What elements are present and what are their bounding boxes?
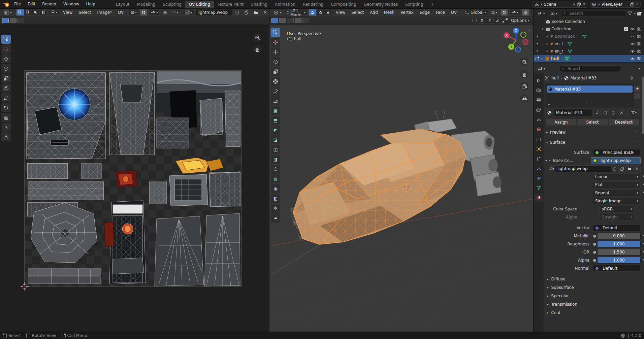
vp-snap-mode-dropdown[interactable]: ▾ xyxy=(509,9,521,16)
properties-editor-type-button[interactable]: ▾ xyxy=(536,65,547,72)
uv-editor-type-button[interactable]: ▾ xyxy=(2,9,14,16)
outliner-row-boundbox[interactable]: •▸ ▼ BoundBox xyxy=(534,33,644,40)
material-slot-list[interactable]: Material #33 ► ∷∷ xyxy=(546,84,634,107)
pan-hand-icon[interactable] xyxy=(253,45,262,54)
open-image-folder-icon[interactable] xyxy=(252,9,260,16)
network-globe-icon[interactable] xyxy=(621,333,625,338)
mirror-x-button[interactable]: X xyxy=(478,17,486,24)
vp-proportional-falloff-dropdown[interactable]: ◠ xyxy=(531,9,534,16)
subsurface-panel-header[interactable]: ▸Subsurface xyxy=(544,283,641,292)
interpolation-dropdown[interactable]: Linear▾ xyxy=(593,173,641,180)
new-viewlayer-icon[interactable] xyxy=(630,2,634,6)
add-slot-button[interactable]: + xyxy=(634,86,641,92)
alpha-slider[interactable]: 1.000 xyxy=(597,257,641,264)
properties-search-input[interactable] xyxy=(559,65,621,72)
projection-dropdown[interactable]: Flat▾ xyxy=(593,181,641,188)
outliner-row-scene-collection[interactable]: Scene Collection xyxy=(534,18,644,25)
uv-tool-scale[interactable] xyxy=(1,74,11,83)
uv-tool-pinch[interactable] xyxy=(1,132,11,141)
diffuse-panel-header[interactable]: ▸Diffuse xyxy=(544,275,641,283)
vp-select-extend-button[interactable] xyxy=(279,18,286,23)
eye-icon[interactable] xyxy=(630,50,635,53)
surface-panel-header[interactable]: ▾ Surface ∷∷ xyxy=(544,138,641,146)
uv-canvas[interactable] xyxy=(0,24,269,332)
tab-rendering[interactable]: Rendering xyxy=(299,1,327,8)
camera-icon[interactable] xyxy=(637,42,641,45)
camera-view-icon[interactable] xyxy=(520,82,529,91)
material-name-field[interactable]: Material #33 xyxy=(554,109,593,116)
snap-path-icon[interactable] xyxy=(503,18,508,23)
tab-compositing[interactable]: Compositing xyxy=(327,1,360,8)
tab-render[interactable] xyxy=(534,87,543,94)
properties-options-icon[interactable]: ▾ xyxy=(638,67,640,70)
vp-select-new-button[interactable] xyxy=(271,18,278,23)
assign-button[interactable]: Assign xyxy=(546,118,577,126)
vertex-select-button[interactable] xyxy=(309,9,317,16)
tab-geometry-nodes[interactable]: Geometry Nodes xyxy=(360,1,401,8)
outliner-row-en-r[interactable]: •▸ ▼ en_r xyxy=(534,47,644,55)
uv-select-new-button[interactable] xyxy=(2,18,9,23)
zoom-icon[interactable] xyxy=(520,58,529,66)
vp-tool-select-box[interactable] xyxy=(271,28,280,37)
vp-menu-select[interactable]: Select xyxy=(349,8,366,16)
vp-tool-poly-build[interactable]: ⬠ xyxy=(271,165,280,174)
add-workspace-button[interactable]: + xyxy=(427,1,438,8)
slot-grip-icon[interactable]: ∷∷ xyxy=(586,103,591,106)
duplicate-image-icon[interactable] xyxy=(618,165,626,172)
grip-icon[interactable]: ∷∷ xyxy=(634,131,639,134)
tab-output[interactable] xyxy=(534,96,543,104)
tab-particles[interactable] xyxy=(534,165,543,172)
uv-select-vertex-button[interactable] xyxy=(16,9,24,16)
open-image-folder-icon[interactable] xyxy=(626,165,633,172)
uv-tool-rotate[interactable] xyxy=(1,64,11,73)
new-scene-icon[interactable] xyxy=(577,2,581,6)
tab-modeling[interactable]: Modeling xyxy=(133,1,159,8)
camera-icon[interactable] xyxy=(637,27,641,31)
breadcrumb-material[interactable]: Material #33 xyxy=(571,76,597,80)
tab-world[interactable] xyxy=(534,126,543,133)
menu-render[interactable]: Render xyxy=(39,0,60,8)
tab-material[interactable] xyxy=(534,194,543,201)
edge-select-button[interactable] xyxy=(316,9,324,16)
uv-tool-move[interactable] xyxy=(1,54,11,63)
collection-checkbox[interactable]: ✓ xyxy=(624,27,628,31)
eye-closed-icon[interactable] xyxy=(630,35,635,38)
vp-tool-shear[interactable]: ▰ xyxy=(271,213,280,223)
pin-icon[interactable]: ⚲ xyxy=(573,2,575,6)
vp-snap-toggle[interactable]: Ω xyxy=(501,9,508,16)
transmission-panel-header[interactable]: ▸Transmission xyxy=(544,300,641,308)
vp-tool-spin[interactable]: ◍ xyxy=(271,174,280,183)
orthographic-grid-icon[interactable] xyxy=(520,94,529,103)
ior-slider[interactable]: 1.500 xyxy=(597,249,641,256)
vp-menu-mesh[interactable]: Mesh xyxy=(382,8,397,16)
tab-uv-editing[interactable]: UV Editing xyxy=(185,1,214,8)
viewport-canvas[interactable]: User Perspective (1) hull ‹ Z X Y xyxy=(269,24,533,332)
source-dropdown[interactable]: Single Image▾ xyxy=(593,198,641,204)
uv-image[interactable] xyxy=(25,71,242,286)
camera-icon[interactable] xyxy=(637,35,641,38)
uv-tool-transform[interactable] xyxy=(1,83,11,93)
filter-funnel-icon[interactable] xyxy=(628,11,633,15)
tab-physics[interactable] xyxy=(534,174,543,182)
uv-tool-relax[interactable] xyxy=(1,123,11,132)
material-slot-active[interactable]: Material #33 xyxy=(547,86,633,93)
outliner-row-collection[interactable]: ▾ Collection ✓ xyxy=(534,25,644,33)
fake-user-shield-icon[interactable] xyxy=(602,109,609,116)
uv-select-island-button[interactable] xyxy=(39,9,47,16)
tab-view-layer[interactable] xyxy=(534,106,543,113)
tab-animation[interactable]: Animation xyxy=(271,1,299,8)
roughness-slider[interactable]: 1.000 xyxy=(597,241,641,247)
uv-menu-uv[interactable]: UV xyxy=(116,8,126,16)
uv-tool-rip-region[interactable] xyxy=(1,103,11,112)
unlink-material-button[interactable]: ✕ xyxy=(618,109,625,116)
vp-menu-face[interactable]: Face xyxy=(433,8,447,16)
vp-pivot-dropdown[interactable]: ⊡▾ xyxy=(489,9,500,16)
vp-tool-inset-faces[interactable]: ◩ xyxy=(271,126,280,135)
camera-icon[interactable] xyxy=(637,49,641,53)
scene-selector[interactable]: ▾ Scene ⚲ ✕ xyxy=(533,1,587,8)
menu-edit[interactable]: Edit xyxy=(24,0,39,8)
tab-shading[interactable]: Shading xyxy=(247,1,271,8)
vp-menu-view[interactable]: View xyxy=(333,8,348,16)
uv-select-face-button[interactable] xyxy=(32,9,40,16)
duplicate-image-icon[interactable] xyxy=(243,9,251,16)
